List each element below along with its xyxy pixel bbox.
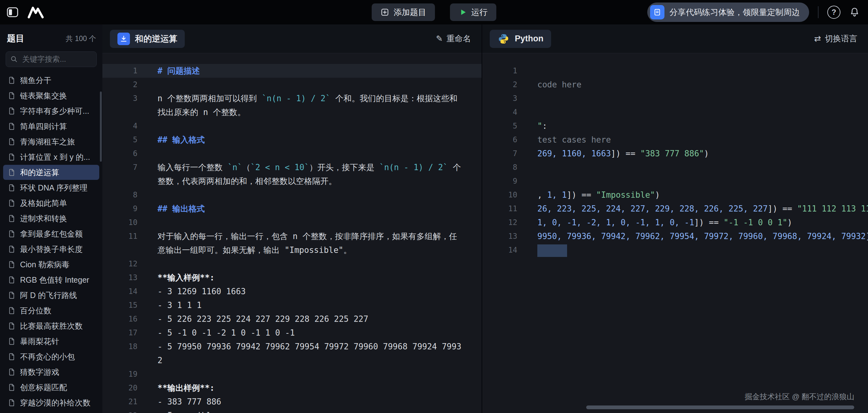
sidebar-item[interactable]: 阿 D 的飞行路线: [3, 288, 99, 303]
language-tab[interactable]: Python: [490, 30, 551, 48]
line-number: 20: [102, 381, 144, 395]
sidebar-item-active[interactable]: 和的逆运算: [3, 165, 99, 180]
problem-line[interactable]: 6: [102, 147, 482, 160]
document-icon: [7, 199, 16, 207]
problem-line[interactable]: 7输入每行一个整数 `n`（`2 < n < 10`）开头，接下来是 `n(n …: [102, 160, 482, 188]
sidebar-item[interactable]: 环状 DNA 序列整理: [3, 180, 99, 195]
problem-line[interactable]: 14- 3 1269 1160 1663: [102, 285, 482, 298]
problem-line[interactable]: 21- 383 777 886: [102, 395, 482, 409]
rename-button[interactable]: ✎ 重命名: [434, 33, 473, 45]
app-logo[interactable]: [28, 6, 44, 19]
problem-line[interactable]: 10: [102, 215, 482, 229]
sidebar-item[interactable]: 链表聚集交换: [3, 88, 99, 103]
sidebar-item-label: RGB 色值转 Integer: [20, 275, 89, 285]
code-line[interactable]: 5":: [482, 119, 868, 133]
line-content: [144, 119, 482, 133]
code-line[interactable]: 14: [482, 243, 868, 257]
share-banner-button[interactable]: 分享代码练习体验，领限量定制周边: [647, 2, 809, 22]
python-icon: [497, 33, 510, 45]
code-line[interactable]: 139950, 79936, 79942, 79962, 79954, 7997…: [482, 229, 868, 243]
problem-line[interactable]: 9## 输出格式: [102, 202, 482, 215]
problem-line[interactable]: 12: [102, 257, 482, 271]
code-line[interactable]: 3: [482, 91, 868, 105]
sidebar-item[interactable]: 拿到最多红包金额: [3, 226, 99, 241]
line-content: - 3 1269 1160 1663: [144, 285, 482, 298]
problem-line[interactable]: 5## 输入格式: [102, 133, 482, 147]
line-number: 3: [482, 91, 524, 105]
sidebar-item[interactable]: 猫鱼分干: [3, 73, 99, 88]
sidebar-item[interactable]: 百分位数: [3, 303, 99, 318]
code-line[interactable]: 1: [482, 64, 868, 78]
share-doc-icon: [650, 5, 664, 20]
sidebar-item[interactable]: RGB 色值转 Integer: [3, 272, 99, 287]
sidebar-item[interactable]: 青海湖租车之旅: [3, 134, 99, 149]
run-button[interactable]: 运行: [450, 3, 496, 21]
logo-mountain-icon: [28, 6, 44, 19]
problem-line[interactable]: 18- 5 79950 79936 79942 79962 79954 7997…: [102, 340, 482, 367]
sidebar-item[interactable]: 最小替换子串长度: [3, 242, 99, 257]
notifications-button[interactable]: [849, 7, 860, 18]
problem-line[interactable]: 11对于输入的每一行，输出一行，包含 n 个整数，按非降序排序，如果有多组解，任…: [102, 229, 482, 257]
switch-language-button[interactable]: ⇄ 切换语言: [812, 33, 859, 45]
problem-tab[interactable]: 和的逆运算: [110, 30, 185, 48]
code-line[interactable]: 10, 1, 1]) == "Impossible"): [482, 188, 868, 202]
code-line[interactable]: 9: [482, 174, 868, 188]
code-line[interactable]: 4: [482, 105, 868, 119]
sidebar-toggle-button[interactable]: [7, 7, 18, 17]
add-question-button[interactable]: 添加题目: [372, 3, 435, 21]
line-number: 5: [102, 133, 144, 147]
sidebar-item[interactable]: 简单四则计算: [3, 119, 99, 134]
document-icon: [7, 322, 16, 330]
line-number: 8: [482, 160, 524, 174]
sidebar-item[interactable]: 暴雨梨花针: [3, 334, 99, 349]
sidebar-item[interactable]: 计算位置 x 到 y 的...: [3, 149, 99, 165]
sidebar-item-label: 链表聚集交换: [20, 91, 67, 101]
problem-line[interactable]: 3n 个整数两两相加可以得到 `n(n - 1) / 2` 个和。我们的目标是：…: [102, 91, 482, 119]
search-input[interactable]: [22, 55, 92, 64]
code-line[interactable]: 121, 0, -1, -2, 1, 0, -1, 1, 0, -1]) == …: [482, 215, 868, 229]
sidebar-item[interactable]: 进制求和转换: [3, 211, 99, 226]
line-number: 2: [102, 78, 144, 91]
code-line[interactable]: 6test cases here: [482, 133, 868, 147]
help-button[interactable]: ?: [827, 6, 840, 19]
search-box[interactable]: [6, 51, 97, 67]
line-content: 1, 0, -1, -2, 1, 0, -1, 1, 0, -1]) == "-…: [524, 215, 868, 229]
problem-line[interactable]: 17- 5 -1 0 -1 -2 1 0 -1 1 0 -1: [102, 326, 482, 340]
sidebar-item[interactable]: 字符串有多少种可...: [3, 104, 99, 118]
sidebar-item-label: 及格如此简单: [20, 198, 67, 208]
sidebar-scrollbar[interactable]: [100, 91, 102, 162]
sidebar-item[interactable]: 及格如此简单: [3, 196, 99, 211]
problem-line[interactable]: 16- 5 226 223 225 224 227 229 228 226 22…: [102, 312, 482, 326]
problem-line[interactable]: 19: [102, 367, 482, 381]
line-content: [144, 215, 482, 229]
sidebar-item[interactable]: 不再贪心的小包: [3, 349, 99, 364]
sidebar-item[interactable]: 创意标题匹配: [3, 380, 99, 395]
watermark: 掘金技术社区 @ 翻不过的浪狼山: [745, 392, 854, 402]
problem-line[interactable]: 1# 问题描述: [102, 64, 482, 78]
code-line[interactable]: 8: [482, 160, 868, 174]
problem-line[interactable]: 4: [102, 119, 482, 133]
sidebar-item[interactable]: 组合计数器: [3, 411, 99, 413]
problem-editor[interactable]: 1# 问题描述23n 个整数两两相加可以得到 `n(n - 1) / 2` 个和…: [102, 54, 482, 413]
problem-line[interactable]: 15- 3 1 1 1: [102, 298, 482, 312]
problem-line[interactable]: 13**输入样例**:: [102, 271, 482, 285]
sidebar-item[interactable]: 猜数字游戏: [3, 364, 99, 380]
problem-line[interactable]: 8: [102, 188, 482, 202]
problem-line[interactable]: 2: [102, 78, 482, 91]
sidebar-item[interactable]: Cion 勒索病毒: [3, 257, 99, 272]
code-editor[interactable]: 12code here345":6test cases here7269, 11…: [482, 54, 868, 413]
code-line[interactable]: 2code here: [482, 78, 868, 91]
line-number: 21: [102, 395, 144, 409]
document-icon: [7, 184, 16, 192]
sidebar-item[interactable]: 穿越沙漠的补给次数: [3, 395, 99, 410]
line-number: 18: [102, 340, 144, 367]
sidebar-item[interactable]: 比赛最高获胜次数: [3, 318, 99, 333]
line-number: 1: [482, 64, 524, 78]
line-number: 10: [482, 188, 524, 202]
problem-line[interactable]: 20**输出样例**:: [102, 381, 482, 395]
code-line[interactable]: 7269, 1160, 1663]) == "383 777 886"): [482, 147, 868, 160]
horizontal-scrollbar[interactable]: [586, 406, 854, 409]
line-content: - 5 79950 79936 79942 79962 79954 79972 …: [144, 340, 482, 367]
code-line[interactable]: 1126, 223, 225, 224, 227, 229, 228, 226,…: [482, 202, 868, 215]
problem-line[interactable]: 22- Impossible: [102, 409, 482, 413]
